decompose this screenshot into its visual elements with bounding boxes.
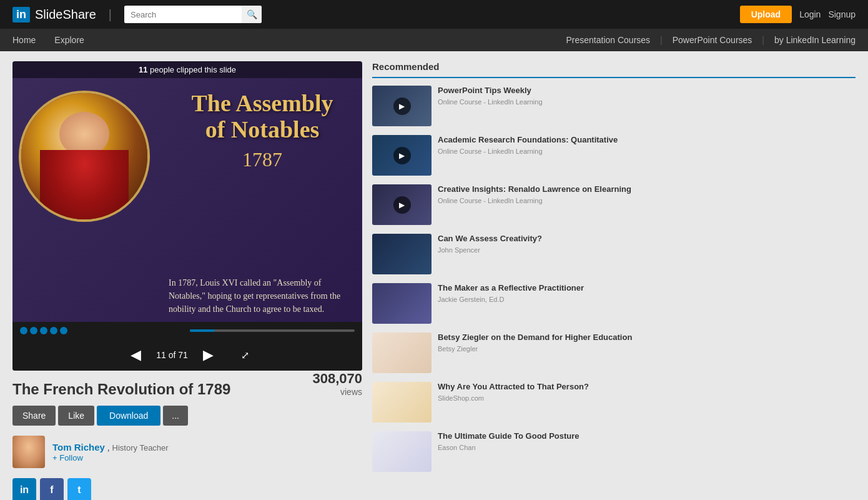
- progress-area: [12, 322, 362, 339]
- rec-subtitle-0: Online Course - LinkedIn Learning: [438, 98, 856, 106]
- download-button[interactable]: Download: [97, 406, 160, 426]
- share-button[interactable]: Share: [12, 406, 56, 426]
- dot-5: [60, 327, 67, 334]
- search-area: 🔍: [124, 6, 262, 23]
- main-content: 11 people clipped this slide The Assembl…: [0, 51, 868, 500]
- slide-image-area: The Assembly of Notables 1787 In 1787, L…: [12, 78, 362, 322]
- rec-thumb-4: [372, 283, 432, 324]
- slide-controls: ◀ 11 of 71 ▶ ⤢: [12, 339, 362, 371]
- author-separator: ,: [107, 442, 110, 452]
- author-role: History Teacher: [112, 443, 169, 452]
- rec-info-3: Can We Assess Creativity?John Spencer: [438, 234, 856, 274]
- linkedin-share-button[interactable]: in: [12, 478, 36, 500]
- login-link[interactable]: Login: [799, 9, 821, 19]
- clip-text: people clipped this slide: [150, 65, 236, 74]
- slide-heading: The Assembly of Notables: [169, 91, 356, 143]
- progress-fill: [190, 329, 215, 332]
- play-icon-0: ▶: [393, 98, 411, 115]
- fullscreen-button[interactable]: ⤢: [241, 349, 249, 361]
- rec-thumb-6: [372, 382, 432, 422]
- action-buttons: Share Like Download ...: [12, 406, 362, 426]
- rec-subtitle-3: John Spencer: [438, 246, 856, 254]
- dot-2: [30, 327, 37, 334]
- rec-title-6: Why Are You Attracted to That Person?: [438, 382, 856, 392]
- upload-button[interactable]: Upload: [740, 6, 792, 23]
- rec-subtitle-7: Eason Chan: [438, 444, 856, 451]
- follow-button[interactable]: + Follow: [52, 453, 83, 462]
- nav-right: Presentation Courses | PowerPoint Course…: [566, 35, 856, 45]
- slide-body-text: In 1787, Louis XVI called an "Assembly o…: [169, 276, 356, 316]
- nav-powerpoint-courses[interactable]: PowerPoint Courses: [673, 35, 752, 45]
- play-icon-1: ▶: [393, 147, 411, 164]
- rec-info-2: Creative Insights: Renaldo Lawrence on E…: [438, 184, 856, 225]
- nav-explore[interactable]: Explore: [54, 35, 84, 45]
- rec-title-1: Academic Research Foundations: Quantitat…: [438, 135, 856, 146]
- rec-info-6: Why Are You Attracted to That Person?Sli…: [438, 382, 856, 422]
- rec-info-4: The Maker as a Reflective PractitionerJa…: [438, 283, 856, 324]
- title-row: The French Revolution of 1789 308,070 vi…: [12, 371, 362, 406]
- rec-thumb-3: [372, 234, 432, 274]
- slide-year: 1787: [169, 148, 356, 171]
- rec-item-4[interactable]: The Maker as a Reflective PractitionerJa…: [372, 283, 856, 324]
- views-label: views: [312, 387, 362, 397]
- rec-thumb-1: ▶: [372, 135, 432, 176]
- avatar-image: [12, 436, 45, 468]
- dot-4: [50, 327, 57, 334]
- twitter-share-button[interactable]: t: [67, 478, 91, 500]
- progress-track: [190, 329, 355, 332]
- header-divider: |: [109, 8, 112, 22]
- search-button[interactable]: 🔍: [242, 6, 262, 23]
- nav-separator-2: |: [762, 35, 764, 45]
- rec-item-3[interactable]: Can We Assess Creativity?John Spencer: [372, 234, 856, 274]
- rec-title-3: Can We Assess Creativity?: [438, 234, 856, 244]
- rec-item-2[interactable]: ▶Creative Insights: Renaldo Lawrence on …: [372, 184, 856, 225]
- logo-area[interactable]: in SlideShare: [12, 7, 96, 22]
- slide-portrait: [19, 91, 150, 222]
- rec-item-0[interactable]: ▶PowerPoint Tips WeeklyOnline Course - L…: [372, 86, 856, 126]
- next-button[interactable]: ▶: [198, 344, 219, 366]
- slide-counter: 11 of 71: [156, 350, 188, 360]
- rec-title-7: The Ultimate Guide To Good Posture: [438, 431, 856, 442]
- right-column: Recommended ▶PowerPoint Tips WeeklyOnlin…: [372, 61, 856, 500]
- nav-home[interactable]: Home: [12, 35, 36, 45]
- recommended-list: ▶PowerPoint Tips WeeklyOnline Course - L…: [372, 86, 856, 472]
- social-share: in f t: [12, 478, 362, 500]
- clip-count: 11: [139, 65, 147, 74]
- play-icon-2: ▶: [393, 196, 411, 214]
- rec-title-0: PowerPoint Tips Weekly: [438, 86, 856, 96]
- header-right: Upload Login Signup: [740, 6, 856, 23]
- author-name-row: Tom Richey , History Teacher: [52, 442, 169, 452]
- left-column: 11 people clipped this slide The Assembl…: [12, 61, 362, 500]
- author-name[interactable]: Tom Richey: [52, 442, 105, 452]
- linkedin-logo: in: [12, 7, 30, 22]
- clip-bar: 11 people clipped this slide: [12, 61, 362, 78]
- rec-thumb-5: [372, 332, 432, 373]
- rec-info-7: The Ultimate Guide To Good PostureEason …: [438, 431, 856, 472]
- nav-presentation-courses[interactable]: Presentation Courses: [566, 35, 650, 45]
- search-input[interactable]: [124, 6, 242, 23]
- signup-link[interactable]: Signup: [828, 9, 856, 19]
- brand-name: SlideShare: [35, 8, 96, 22]
- rec-thumb-0: ▶: [372, 86, 432, 126]
- nav-separator: |: [660, 35, 663, 45]
- facebook-share-button[interactable]: f: [40, 478, 64, 500]
- nav-linkedin-learning[interactable]: by LinkedIn Learning: [774, 35, 856, 45]
- page-title: The French Revolution of 1789: [12, 381, 230, 398]
- rec-subtitle-1: Online Course - LinkedIn Learning: [438, 148, 856, 155]
- rec-item-1[interactable]: ▶Academic Research Foundations: Quantita…: [372, 135, 856, 176]
- rec-item-5[interactable]: Betsy Ziegler on the Demand for Higher E…: [372, 332, 856, 373]
- prev-button[interactable]: ◀: [126, 344, 146, 366]
- rec-item-6[interactable]: Why Are You Attracted to That Person?Sli…: [372, 382, 856, 422]
- rec-title-4: The Maker as a Reflective Practitioner: [438, 283, 856, 294]
- rec-title-2: Creative Insights: Renaldo Lawrence on E…: [438, 184, 856, 195]
- avatar: [12, 436, 45, 468]
- views-count: 308,070: [312, 371, 362, 387]
- slide-viewer: 11 people clipped this slide The Assembl…: [12, 61, 362, 371]
- nav-bar: Home Explore Presentation Courses | Powe…: [0, 29, 868, 51]
- rec-item-7[interactable]: The Ultimate Guide To Good PostureEason …: [372, 431, 856, 472]
- recommended-header: Recommended: [372, 61, 856, 78]
- more-button[interactable]: ...: [163, 406, 188, 426]
- portrait-figure: [21, 93, 147, 219]
- like-button[interactable]: Like: [58, 406, 94, 426]
- progress-dots: [20, 327, 185, 334]
